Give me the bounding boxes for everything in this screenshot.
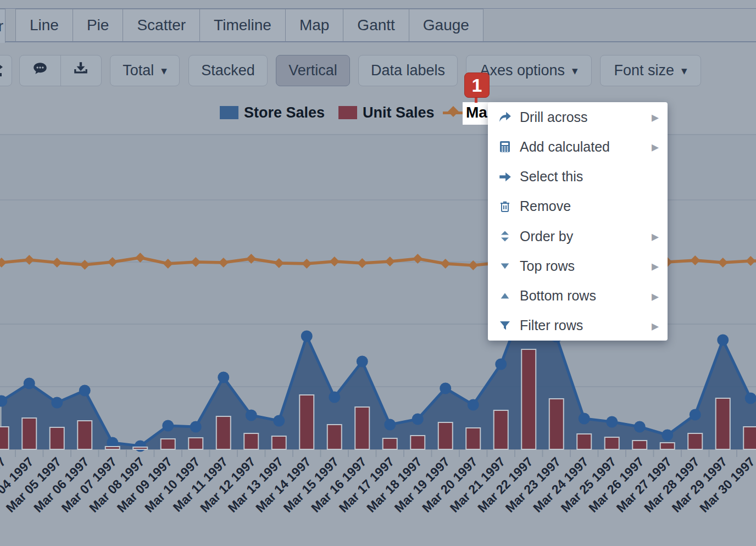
store-sales-point[interactable] <box>690 409 701 421</box>
margin-point[interactable] <box>80 260 90 270</box>
margin-point[interactable] <box>191 257 201 267</box>
store-sales-point[interactable] <box>384 419 396 431</box>
unit-sales-bar[interactable] <box>244 433 258 449</box>
tab-timeline[interactable]: Timeline <box>199 9 286 41</box>
margin-point[interactable] <box>219 258 229 268</box>
margin-point[interactable] <box>746 256 755 266</box>
unit-sales-bar[interactable] <box>216 416 231 449</box>
unit-sales-bar[interactable] <box>383 438 397 449</box>
comment-button[interactable] <box>20 55 60 86</box>
margin-point[interactable] <box>135 253 145 263</box>
unit-sales-bar[interactable] <box>22 418 36 449</box>
store-sales-point[interactable] <box>301 331 313 342</box>
margin-point[interactable] <box>0 258 7 268</box>
unit-sales-bar[interactable] <box>660 443 675 449</box>
unit-sales-bar[interactable] <box>438 422 453 449</box>
legend-swatch-store-sales[interactable] <box>220 106 238 119</box>
store-sales-point[interactable] <box>579 413 590 425</box>
store-sales-point[interactable] <box>634 421 646 433</box>
font-size-button[interactable]: Font size▾ <box>600 55 701 86</box>
tab-map[interactable]: Map <box>285 9 343 41</box>
submenu-arrow-icon: ▸ <box>652 259 659 273</box>
margin-point[interactable] <box>357 258 367 268</box>
store-sales-point[interactable] <box>717 335 729 346</box>
store-sales-point[interactable] <box>662 430 673 441</box>
tab-pie[interactable]: Pie <box>73 9 123 41</box>
margin-point[interactable] <box>302 259 312 269</box>
unit-sales-bar[interactable] <box>605 437 619 449</box>
margin-point[interactable] <box>690 255 700 265</box>
total-button[interactable]: Total▾ <box>110 55 180 86</box>
menu-item-filter-rows[interactable]: Filter rows▸ <box>488 311 668 341</box>
margin-point[interactable] <box>718 258 728 268</box>
margin-point[interactable] <box>163 259 173 269</box>
menu-item-top-rows[interactable]: Top rows▸ <box>488 251 668 281</box>
legend-label-store-sales[interactable]: Store Sales <box>244 104 325 121</box>
store-sales-point[interactable] <box>468 399 479 411</box>
store-sales-point[interactable] <box>495 359 507 370</box>
store-sales-point[interactable] <box>745 393 756 404</box>
store-sales-point[interactable] <box>440 383 451 394</box>
menu-item-drill-across[interactable]: Drill across▸ <box>488 102 668 132</box>
tab-active-partial[interactable]: r <box>0 9 5 43</box>
stacked-button[interactable]: Stacked <box>188 55 268 86</box>
margin-point[interactable] <box>52 258 62 268</box>
store-sales-point[interactable] <box>51 397 63 409</box>
unit-sales-bar[interactable] <box>688 433 702 449</box>
menu-item-select-this[interactable]: Select this <box>488 162 668 192</box>
margin-point[interactable] <box>24 255 34 265</box>
vertical-button[interactable]: Vertical <box>276 55 350 86</box>
unit-sales-bar[interactable] <box>188 438 203 449</box>
unit-sales-bar[interactable] <box>77 421 92 449</box>
store-sales-point[interactable] <box>357 356 368 367</box>
data-labels-button[interactable]: Data labels <box>358 55 458 86</box>
margin-point[interactable] <box>330 257 340 266</box>
menu-item-order-by[interactable]: Order by▸ <box>488 221 668 251</box>
store-sales-point[interactable] <box>218 372 229 383</box>
store-sales-point[interactable] <box>606 416 618 428</box>
store-sales-point[interactable] <box>412 414 424 425</box>
store-sales-point[interactable] <box>24 378 35 389</box>
unit-sales-bar[interactable] <box>466 428 480 449</box>
menu-item-remove[interactable]: Remove <box>488 192 668 221</box>
unit-sales-bar[interactable] <box>105 447 120 449</box>
legend-label-margin[interactable]: Ma <box>463 102 490 125</box>
store-sales-point[interactable] <box>162 420 174 432</box>
tab-gauge[interactable]: Gauge <box>409 9 483 41</box>
unit-sales-bar[interactable] <box>521 349 536 449</box>
legend-label-unit-sales[interactable]: Unit Sales <box>363 104 435 121</box>
unit-sales-bar[interactable] <box>133 447 147 449</box>
store-sales-point[interactable] <box>79 385 91 397</box>
margin-point[interactable] <box>274 258 284 268</box>
switch-axes-button[interactable] <box>0 55 12 86</box>
unit-sales-bar[interactable] <box>0 427 9 449</box>
unit-sales-bar[interactable] <box>743 427 756 449</box>
export-button[interactable] <box>61 55 102 86</box>
legend-swatch-unit-sales[interactable] <box>338 106 357 119</box>
unit-sales-bar[interactable] <box>327 425 342 449</box>
unit-sales-bar[interactable] <box>410 436 425 449</box>
unit-sales-bar[interactable] <box>577 434 591 449</box>
tab-line[interactable]: Line <box>15 9 73 41</box>
unit-sales-bar[interactable] <box>716 398 730 449</box>
store-sales-point[interactable] <box>273 415 285 427</box>
unit-sales-bar[interactable] <box>494 410 508 449</box>
store-sales-point[interactable] <box>190 421 202 433</box>
unit-sales-bar[interactable] <box>549 399 564 449</box>
store-sales-point[interactable] <box>329 392 340 403</box>
menu-item-add-calculated[interactable]: Add calculated▸ <box>488 132 668 161</box>
tab-gantt[interactable]: Gantt <box>343 9 409 41</box>
unit-sales-bar[interactable] <box>272 436 286 449</box>
margin-point[interactable] <box>385 257 395 266</box>
store-sales-point[interactable] <box>135 441 146 452</box>
unit-sales-bar[interactable] <box>355 407 369 449</box>
unit-sales-bar[interactable] <box>299 395 314 449</box>
unit-sales-bar[interactable] <box>632 441 647 449</box>
margin-point[interactable] <box>441 259 451 269</box>
menu-item-bottom-rows[interactable]: Bottom rows▸ <box>488 281 668 311</box>
margin-point[interactable] <box>108 257 118 267</box>
unit-sales-bar[interactable] <box>50 427 64 449</box>
tab-scatter[interactable]: Scatter <box>123 9 200 41</box>
store-sales-point[interactable] <box>246 410 257 421</box>
unit-sales-bar[interactable] <box>161 439 175 449</box>
